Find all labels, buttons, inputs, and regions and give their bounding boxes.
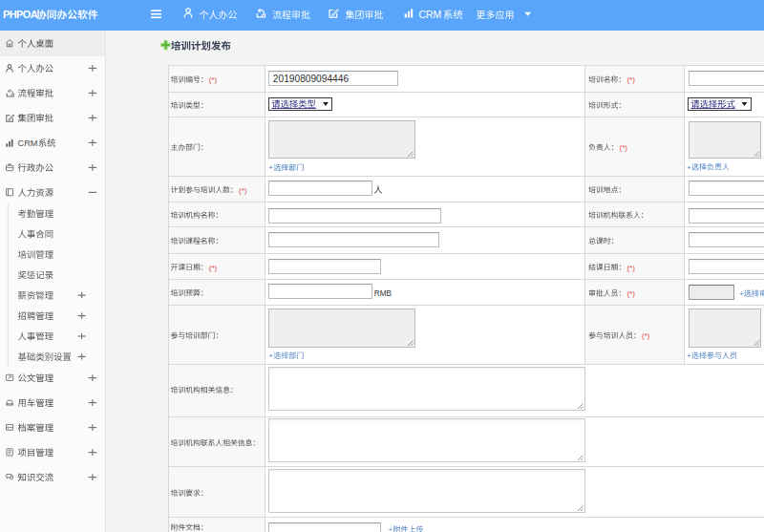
- svg-text:(*): (*): [239, 186, 247, 195]
- svg-text:+: +: [687, 351, 691, 360]
- svg-text:+: +: [687, 163, 691, 172]
- svg-text:(*): (*): [626, 75, 635, 84]
- svg-text:(*): (*): [626, 264, 635, 272]
- svg-text:PHPOA: PHPOA: [3, 9, 38, 20]
- svg-text:+: +: [389, 525, 393, 532]
- svg-text:RMB: RMB: [374, 289, 393, 298]
- svg-text:+: +: [268, 351, 273, 360]
- svg-text:CRM: CRM: [418, 9, 441, 20]
- svg-text:(*): (*): [209, 264, 218, 272]
- svg-text:(*): (*): [642, 331, 650, 340]
- svg-text:+: +: [268, 163, 273, 172]
- svg-text:CRM: CRM: [18, 138, 38, 148]
- svg-text:(*): (*): [620, 143, 628, 152]
- svg-text:(*): (*): [626, 289, 635, 298]
- svg-text:+: +: [739, 289, 744, 298]
- svg-text:(*): (*): [209, 75, 218, 84]
- svg-text:20190809094446: 20190809094446: [273, 74, 350, 84]
